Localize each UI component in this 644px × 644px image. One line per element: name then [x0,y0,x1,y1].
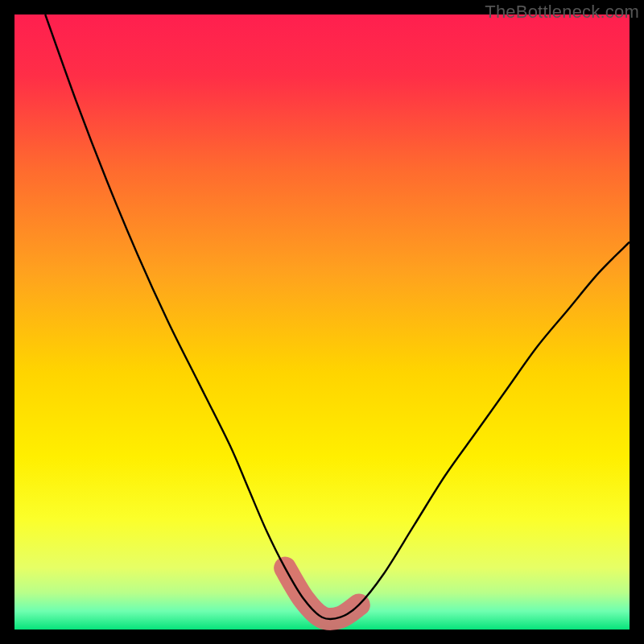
plot-area [14,14,630,630]
near-zero-band [285,568,359,620]
chart-frame [14,14,630,630]
bottleneck-curve [45,14,630,619]
curve-layer [14,14,630,630]
watermark-text: TheBottleneck.com [485,2,639,23]
